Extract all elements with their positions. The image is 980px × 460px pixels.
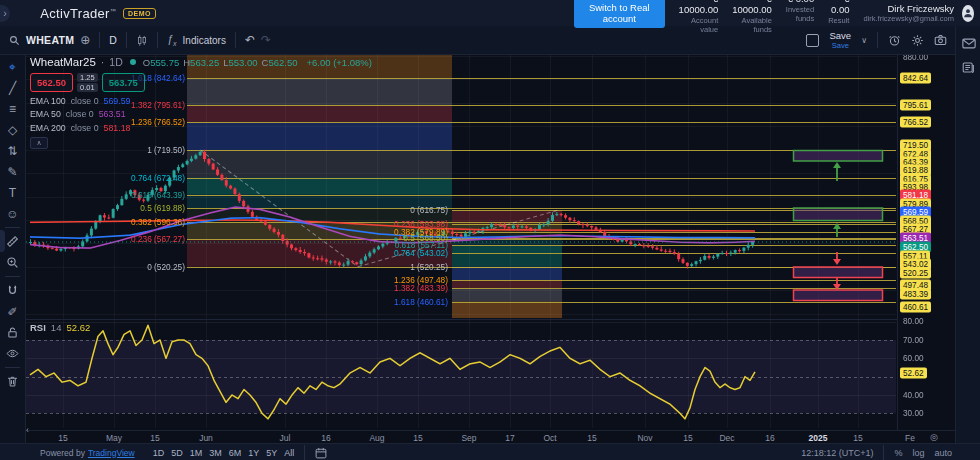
zoom-tool[interactable] (3, 253, 22, 272)
range-button-3m[interactable]: 3M (209, 448, 222, 458)
magnet-tool[interactable] (3, 281, 22, 300)
avatar[interactable] (962, 5, 974, 22)
legend-collapse-button[interactable]: ∧ (30, 137, 48, 149)
app-logo: ActivTrader™ (40, 6, 116, 21)
symbol-search[interactable]: WHEATM ⊕ (0, 34, 99, 46)
ema-legend-row[interactable]: EMA 50close 0563.51 (30, 109, 372, 119)
point-value: 0.01 (77, 83, 98, 92)
camera-icon[interactable] (934, 34, 947, 46)
brush-tool[interactable]: ✎ (3, 162, 22, 181)
price-axis-label: 766.52 (900, 117, 931, 128)
save-button[interactable]: Save Save (829, 31, 851, 49)
time-axis-label: Sep (461, 433, 476, 443)
demo-badge: DEMO (123, 8, 156, 19)
buy-button[interactable]: 563.75 (102, 73, 145, 92)
measure-tool[interactable] (3, 232, 22, 251)
time-axis-label: 15 (853, 433, 862, 443)
calendar-icon (315, 447, 327, 459)
price-axis-label: 483.39 (900, 289, 931, 300)
fib-retracement-tool[interactable]: ≡ (3, 99, 22, 118)
trash-icon (6, 375, 19, 388)
range-button-6m[interactable]: 6M (229, 448, 242, 458)
range-button-1y[interactable]: 1Y (248, 448, 259, 458)
go-to-realtime-icon[interactable]: ◎ (930, 432, 938, 442)
market-open-dot (130, 59, 136, 65)
undo-button[interactable]: ↶ (245, 33, 255, 47)
time-axis-label: 17 (505, 433, 514, 443)
stat-value: € 0.00 (786, 0, 814, 4)
ema-legend-row[interactable]: EMA 100close 0569.59 (30, 96, 372, 106)
layout-icon[interactable] (806, 34, 819, 47)
price-axis-label: 52.62 (900, 368, 927, 379)
account-stats: € 10000.00Account value€ 10000.00Availab… (679, 0, 850, 34)
stat-label: Result (828, 16, 849, 25)
expand-sidebar-button[interactable]: › (0, 5, 10, 22)
spread-info: 1.25 0.01 (77, 73, 98, 92)
trading-app: { "header": { "logo": "ActivTrader", "de… (0, 0, 980, 460)
timeline-collapse-icon[interactable]: ‹ (26, 425, 29, 435)
stat-value: € 10000.00 (679, 0, 719, 15)
mail-icon[interactable] (962, 38, 976, 49)
sell-button[interactable]: 562.50 (30, 73, 73, 92)
range-button-1d[interactable]: 1D (153, 448, 165, 458)
remove-all-tool[interactable] (3, 372, 22, 391)
toolbar-divider (5, 367, 20, 368)
range-button-5y[interactable]: 5Y (266, 448, 277, 458)
add-symbol-icon[interactable]: ⊕ (80, 34, 90, 46)
forecast-tool[interactable]: ⇅ (3, 141, 22, 160)
pattern-tool[interactable]: ◇ (3, 120, 22, 139)
range-button-all[interactable]: All (284, 448, 294, 458)
stat-value: € 10000.00 (732, 0, 772, 15)
calendar-button[interactable] (315, 447, 327, 459)
clock-label: 12:18:12 (UTC+1) (801, 448, 873, 458)
ohlc-values: O555.75H563.25L553.00C562.50 (143, 56, 302, 68)
hide-all-tool[interactable] (3, 344, 22, 363)
chart-style-button[interactable] (127, 34, 157, 47)
range-button-1m[interactable]: 1M (190, 448, 203, 458)
tradingview-link[interactable]: TradingView (88, 448, 135, 458)
auto-scale-button[interactable]: auto (934, 448, 952, 458)
time-axis-label: May (106, 433, 122, 443)
user-info[interactable]: Dirk Friczewsky dirk.friczewsky@gmail.co… (863, 3, 954, 23)
rsi-value: 52.62 (66, 322, 90, 333)
price-axis-label: 460.61 (900, 302, 931, 313)
switch-to-real-button[interactable]: Switch to Real account (574, 0, 665, 28)
magnifier-icon (6, 256, 19, 269)
ema-label: EMA 100 (30, 96, 66, 106)
price-axis-label: 70.00 (900, 335, 927, 346)
ema-legend-row[interactable]: EMA 200close 0581.18 (30, 123, 372, 133)
save-menu-caret[interactable]: ∨ (861, 36, 867, 45)
drawing-lock-tool[interactable]: ✐ (3, 302, 22, 321)
timeframe-button[interactable]: D (109, 34, 117, 46)
account-stat: € 0.00Result (828, 0, 849, 34)
redo-button[interactable]: ↷ (261, 33, 271, 47)
ohlc-value: 562.50 (268, 57, 297, 68)
lock-icon (6, 326, 19, 339)
user-email: dirk.friczewsky@gmail.com (863, 14, 954, 23)
log-scale-button[interactable]: log (912, 448, 924, 458)
pane-separator[interactable] (0, 319, 955, 320)
emoji-tool[interactable]: ☺ (3, 204, 22, 223)
ohlc-value: 553.00 (228, 57, 257, 68)
trend-line-tool[interactable]: ╱ (3, 78, 22, 97)
time-axis[interactable]: ◎ 15May15JunJul16Aug15Sep17Oct15Nov15Dec… (0, 430, 955, 444)
candles-icon (136, 34, 148, 47)
right-rail (955, 26, 980, 455)
range-button-5d[interactable]: 5D (171, 448, 183, 458)
watchlist-handle[interactable] (0, 230, 5, 252)
indicators-button[interactable]: ƒx Indicators (158, 33, 235, 47)
settings-gear-icon[interactable] (911, 34, 924, 47)
ema-source: close 0 (71, 96, 99, 106)
alert-icon[interactable] (888, 34, 901, 47)
time-axis-label: Aug (369, 433, 384, 443)
price-axis[interactable]: 880.00842.64795.61766.52719.50672.48643.… (897, 54, 956, 430)
search-icon (9, 35, 20, 46)
crosshair-tool[interactable]: ⌖ (3, 57, 22, 76)
text-tool[interactable]: T (3, 183, 22, 202)
news-icon[interactable] (962, 61, 975, 74)
bottom-bar: Powered by TradingView 1D5D1M3M6M1Y5YAll… (0, 443, 980, 460)
percent-scale-button[interactable]: % (894, 448, 902, 458)
instrument-title[interactable]: WheatMar25 (30, 56, 96, 68)
ema-value: 569.59 (104, 96, 131, 106)
lock-all-tool[interactable] (3, 323, 22, 342)
